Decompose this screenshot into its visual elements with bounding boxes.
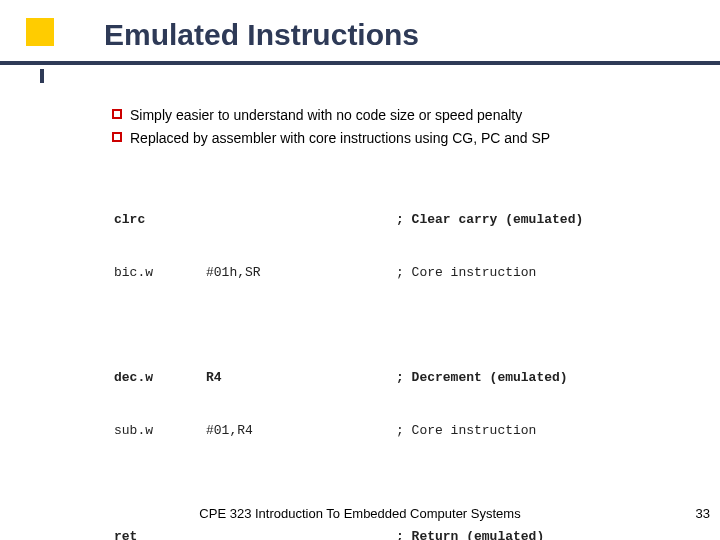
title-underline [0,61,720,65]
code-instr: dec.w [114,369,206,387]
code-comment: ; Clear carry (emulated) [396,211,583,229]
bullet-text: Replaced by assembler with core instruct… [130,129,550,148]
title-underline-tick [40,69,44,83]
accent-box [26,18,54,46]
footer-page-number: 33 [696,506,710,521]
code-comment: ; Decrement (emulated) [396,369,568,387]
code-row-core: sub.w#01,R4; Core instruction [114,422,684,440]
code-comment: ; Return (emulated) [396,528,544,540]
code-args: #01h,SR [206,264,396,282]
code-block: clrc; Clear carry (emulated) bic.w#01h,S… [114,176,684,540]
code-comment: ; Core instruction [396,422,536,440]
code-args [206,528,396,540]
code-instr: sub.w [114,422,206,440]
code-row-emulated: ret; Return (emulated) [114,528,684,540]
code-args: R4 [206,369,396,387]
code-args: #01,R4 [206,422,396,440]
code-instr: clrc [114,211,206,229]
slide-title: Emulated Instructions [104,18,419,52]
bullet-icon [112,109,122,119]
code-instr: ret [114,528,206,540]
code-row-emulated: clrc; Clear carry (emulated) [114,211,684,229]
bullet-list: Simply easier to understand with no code… [112,106,672,152]
code-instr: bic.w [114,264,206,282]
code-args [206,211,396,229]
bullet-item: Replaced by assembler with core instruct… [112,129,672,148]
footer-course: CPE 323 Introduction To Embedded Compute… [199,506,520,521]
bullet-item: Simply easier to understand with no code… [112,106,672,125]
code-row-core: bic.w#01h,SR; Core instruction [114,264,684,282]
code-comment: ; Core instruction [396,264,536,282]
bullet-icon [112,132,122,142]
slide-footer: CPE 323 Introduction To Embedded Compute… [0,506,720,526]
bullet-text: Simply easier to understand with no code… [130,106,522,125]
code-row-emulated: dec.wR4; Decrement (emulated) [114,369,684,387]
